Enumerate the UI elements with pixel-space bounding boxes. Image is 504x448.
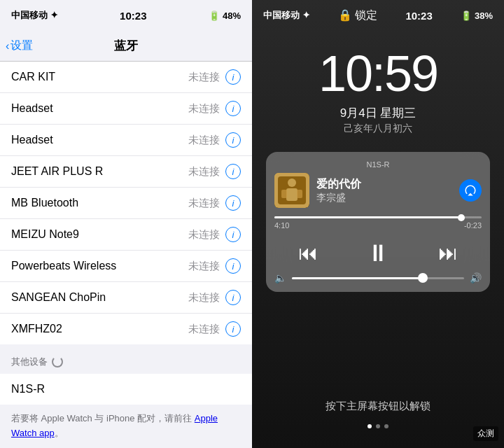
other-devices-section: N1S-R: [0, 374, 252, 405]
volume-high-icon: 🔊: [470, 272, 482, 284]
device-status: 未连接: [188, 71, 220, 84]
nav-bar: ‹ 设置 蓝牙: [0, 31, 252, 62]
unlock-instruction: 按下主屏幕按钮以解锁: [252, 400, 504, 413]
device-status-group: 未连接 i: [188, 132, 241, 148]
rewind-button[interactable]: ⏮: [298, 241, 318, 265]
device-name: N1S-R: [11, 383, 45, 396]
device-name: Powerbeats Wireless: [11, 260, 116, 272]
status-bar-left: 中国移动 ✦ 10:23 🔋 48%: [0, 0, 252, 31]
nav-back-button[interactable]: ‹ 设置: [6, 38, 33, 53]
device-name: MEIZU Note9: [11, 228, 79, 241]
lock-indicator: 🔒 锁定: [338, 8, 377, 23]
airplay-button[interactable]: [459, 179, 482, 202]
battery-left: 🔋 48%: [209, 10, 241, 21]
svg-point-2: [288, 178, 296, 187]
device-name: Headset: [11, 102, 53, 115]
progress-times: 4:10 -0:23: [274, 221, 482, 230]
device-status: 未连接: [188, 134, 220, 147]
song-info: 爱的代价 李宗盛: [316, 177, 452, 204]
device-name: CAR KIT: [11, 71, 55, 83]
device-status-group: 未连接 i: [188, 101, 241, 116]
device-status: 未连接: [188, 291, 220, 304]
list-item[interactable]: Headset 未连接 i: [0, 125, 252, 156]
time-left: 10:23: [120, 10, 146, 22]
device-list-container: CAR KIT 未连接 i Headset 未连接 i Headset 未连接 …: [0, 62, 252, 448]
progress-dot: [458, 214, 465, 221]
device-name: XMFHZ02: [11, 323, 62, 335]
carrier-right: 中国移动 ✦: [263, 9, 310, 22]
volume-container: 🔈 🔊: [274, 272, 482, 284]
chevron-left-icon: ‹: [6, 40, 9, 52]
music-widget: N1S-R 爱的代价: [266, 152, 490, 292]
device-status: 未连接: [188, 260, 220, 273]
progress-bar-track[interactable]: [274, 216, 482, 218]
watermark: 众测: [473, 426, 498, 441]
device-name: SANGEAN ChoPin: [11, 291, 106, 304]
device-status-group: 未连接 i: [188, 321, 241, 337]
info-button[interactable]: i: [225, 195, 241, 211]
pause-button[interactable]: ⏸: [366, 239, 390, 267]
volume-low-icon: 🔈: [274, 272, 286, 284]
svg-rect-4: [281, 190, 287, 198]
right-panel: 中国移动 ✦ 🔒 锁定 10:23 🔋 38% 10:59 9月4日 星期三 己…: [252, 0, 504, 448]
device-status-group: 未连接 i: [188, 69, 241, 85]
list-item[interactable]: XMFHZ02 未连接 i: [0, 314, 252, 344]
left-panel: 中国移动 ✦ 10:23 🔋 48% ‹ 设置 蓝牙 CAR KIT 未连接 i…: [0, 0, 252, 448]
info-button[interactable]: i: [225, 69, 241, 85]
device-name: JEET AIR PLUS R: [11, 165, 103, 178]
list-item[interactable]: JEET AIR PLUS R 未连接 i: [0, 156, 252, 188]
list-item[interactable]: CAR KIT 未连接 i: [0, 62, 252, 93]
volume-fill: [292, 277, 421, 279]
info-button[interactable]: i: [225, 258, 241, 274]
list-item[interactable]: MEIZU Note9 未连接 i: [0, 219, 252, 251]
song-artist: 李宗盛: [316, 192, 452, 204]
song-title: 爱的代价: [316, 177, 452, 192]
time-remaining: -0:23: [464, 221, 482, 230]
list-item[interactable]: Headset 未连接 i: [0, 93, 252, 125]
spinner-icon: [52, 356, 63, 368]
info-button[interactable]: i: [225, 227, 241, 242]
info-button[interactable]: i: [225, 132, 241, 148]
other-devices-header: 其他设备: [0, 344, 252, 374]
device-status-group: 未连接 i: [188, 290, 241, 305]
paired-devices-section: CAR KIT 未连接 i Headset 未连接 i Headset 未连接 …: [0, 62, 252, 344]
device-status-group: 未连接 i: [188, 227, 241, 242]
playback-controls: ⏮ ⏸ ⏭: [274, 239, 482, 267]
list-item[interactable]: Powerbeats Wireless 未连接 i: [0, 251, 252, 282]
device-status-group: 未连接 i: [188, 195, 241, 211]
info-button[interactable]: i: [225, 101, 241, 116]
device-status-group: 未连接 i: [188, 258, 241, 274]
info-button[interactable]: i: [225, 321, 241, 337]
device-status: 未连接: [188, 197, 220, 210]
lock-date-sub: 己亥年八月初六: [344, 122, 412, 135]
device-status: 未连接: [188, 228, 220, 241]
page-dots: [368, 424, 388, 428]
dot-3: [384, 424, 388, 428]
list-item[interactable]: MB Bluetooth 未连接 i: [0, 188, 252, 219]
album-art: [274, 173, 309, 208]
svg-rect-5: [297, 190, 302, 198]
time-right: 10:23: [405, 10, 432, 22]
fast-forward-button[interactable]: ⏭: [438, 241, 458, 265]
svg-rect-3: [286, 188, 298, 201]
device-name: Headset: [11, 134, 53, 146]
device-name: MB Bluetooth: [11, 197, 78, 209]
list-item[interactable]: N1S-R: [0, 374, 252, 405]
device-status: 未连接: [188, 102, 220, 115]
info-button[interactable]: i: [225, 290, 241, 305]
widget-source: N1S-R: [366, 160, 389, 169]
progress-bar-fill: [274, 216, 461, 218]
info-button[interactable]: i: [225, 164, 241, 179]
watch-footer: 若要将 Apple Watch 与 iPhone 配对，请前往 Apple Wa…: [0, 405, 252, 447]
progress-container: 4:10 -0:23: [274, 214, 482, 232]
device-status: 未连接: [188, 323, 220, 336]
status-bar-right: 中国移动 ✦ 🔒 锁定 10:23 🔋 38%: [252, 0, 504, 31]
dot-2: [376, 424, 380, 428]
list-item[interactable]: SANGEAN ChoPin 未连接 i: [0, 282, 252, 314]
device-status: 未连接: [188, 165, 220, 178]
device-status-group: 未连接 i: [188, 164, 241, 179]
volume-track[interactable]: [292, 277, 464, 279]
dot-1: [368, 424, 372, 428]
album-art-image: [274, 173, 309, 208]
nav-title: 蓝牙: [114, 38, 138, 54]
